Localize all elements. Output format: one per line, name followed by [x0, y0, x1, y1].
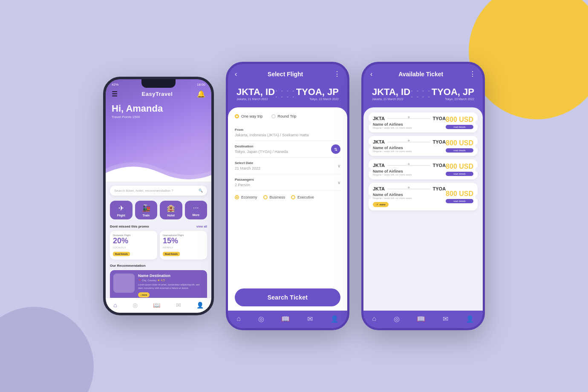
- ticket-codes-1: JKTA TYOA: [373, 116, 446, 121]
- ticket-sub-3: Regular / seats left: no more seats: [373, 173, 446, 176]
- p3-nav-book[interactable]: 📖: [417, 315, 425, 323]
- phone-3: ‹ Available Ticket ⋮ JKTA, ID Jakarta, 2…: [361, 62, 485, 330]
- ticket-card-4[interactable]: JKTA TYOA Name of Airlines Regular / sea…: [369, 183, 478, 210]
- p2-passengers-field[interactable]: Passangers 2 Person ∨: [235, 174, 340, 191]
- p2-business-label: Business: [270, 195, 285, 199]
- ticket-price-3: 800 USD: [446, 163, 473, 170]
- p2-economy-radio[interactable]: [235, 195, 239, 199]
- p1-greeting-name: Hi, Amanda: [112, 103, 205, 114]
- p2-one-way-option[interactable]: One way trip: [235, 114, 263, 118]
- p2-bottom-nav: ⌂ ◎ 📖 ✉ 👤: [228, 311, 347, 328]
- p1-nav: ☰ EasyTravel 🔔: [106, 88, 211, 100]
- p3-nav-profile[interactable]: 👤: [466, 315, 474, 323]
- p2-economy-option[interactable]: Economy: [235, 195, 257, 199]
- p1-nav-mail[interactable]: ✉: [176, 302, 181, 308]
- p3-to-code: TYOA, JP: [432, 86, 474, 98]
- p2-from-value: Jakarta, Indonesia (JKTA) / Soekarno Hat…: [235, 133, 340, 137]
- p1-promo-intl-btn[interactable]: Read Details: [163, 252, 180, 256]
- p2-business-radio[interactable]: [263, 195, 268, 199]
- p1-nav-home[interactable]: ⌂: [113, 302, 117, 308]
- p2-swap-button[interactable]: ⇅: [331, 144, 340, 154]
- p1-cat-hotel[interactable]: 🏨 Hotel: [160, 201, 182, 219]
- p2-one-way-radio[interactable]: [235, 114, 239, 118]
- p1-bell-icon[interactable]: 🔔: [197, 90, 205, 98]
- p1-promo-intl[interactable]: International Flight 15% INTRFLY Read De…: [160, 231, 207, 259]
- ticket-card-2[interactable]: JKTA TYOA Name of Airlines Regular / sea…: [369, 136, 478, 156]
- search-icon[interactable]: 🔍: [199, 189, 203, 193]
- ticket-from-2: JKTA: [373, 139, 385, 144]
- p2-search-ticket-button[interactable]: Search Ticket: [235, 288, 340, 306]
- ticket-line-3: [387, 165, 430, 166]
- p3-header: ‹ Available Ticket ⋮: [363, 64, 483, 82]
- p2-executive-label: Executive: [297, 195, 314, 199]
- p1-menu-icon[interactable]: ☰: [112, 90, 118, 98]
- p2-date-chevron[interactable]: ∨: [337, 164, 340, 168]
- p2-more-button[interactable]: ⋮: [334, 70, 340, 78]
- p2-nav-book[interactable]: 📖: [281, 315, 290, 323]
- ticket-codes-2: JKTA TYOA: [373, 139, 446, 144]
- p1-rec-name: Name Destination: [138, 274, 204, 278]
- ticket-detail-btn-2[interactable]: read details: [446, 148, 473, 153]
- p2-round-trip-option[interactable]: Round Trip: [271, 114, 297, 118]
- hotel-icon: 🏨: [167, 204, 175, 212]
- p1-cat-train[interactable]: 🚂 Train: [135, 201, 158, 219]
- p3-back-button[interactable]: ‹: [370, 70, 372, 78]
- p2-form-card: One way trip Round Trip From Jakarta, In…: [228, 107, 347, 311]
- p2-from-field[interactable]: From Jakarta, Indonesia (JKTA) / Soekarn…: [235, 124, 340, 141]
- p1-promo-domestic[interactable]: Domestic Flight 20% LOCALFLY Read Detail…: [110, 231, 157, 259]
- p3-nav-home[interactable]: ⌂: [372, 315, 376, 323]
- ticket-detail-btn-1[interactable]: read details: [446, 125, 473, 129]
- ticket-price-4: 800 USD: [446, 190, 473, 198]
- p1-nav-book[interactable]: 📖: [153, 302, 160, 308]
- p2-nav-location[interactable]: ◎: [258, 315, 264, 323]
- p2-back-button[interactable]: ‹: [235, 70, 237, 78]
- p2-round-trip-radio[interactable]: [271, 114, 276, 118]
- ticket-notch-right-2: [475, 144, 480, 149]
- phone-2: ‹ Select Flight ⋮ JKTA, ID Jakarta, 21 M…: [226, 62, 349, 330]
- p3-nav-location[interactable]: ◎: [394, 315, 400, 323]
- p2-to-city: Tokyo, 22 March 2022: [296, 98, 339, 101]
- p2-one-way-label: One way trip: [241, 114, 263, 118]
- p3-from-city: Jakarta, 21 March 2022: [372, 98, 410, 101]
- ticket-more-btn-4[interactable]: ✓ more: [373, 202, 389, 207]
- p2-passengers-chevron[interactable]: ∨: [337, 180, 340, 185]
- ticket-price-1: 800 USD: [446, 116, 473, 124]
- p1-promos: Domestic Flight 20% LOCALFLY Read Detail…: [110, 231, 207, 259]
- p1-search-placeholder: Search ticket, hotel, recommendation ?: [114, 189, 173, 193]
- p1-promo-domestic-btn[interactable]: Read Details: [113, 252, 130, 256]
- p1-search-bar[interactable]: Search ticket, hotel, recommendation ? 🔍: [110, 186, 207, 196]
- p2-executive-option[interactable]: Executive: [291, 195, 314, 199]
- p2-route-dashes: - - - - - - - -: [275, 88, 296, 100]
- ticket-detail-btn-3[interactable]: read details: [446, 172, 473, 176]
- p1-cat-more[interactable]: ··· More: [185, 201, 208, 219]
- ticket-to-1: TYOA: [433, 116, 446, 121]
- flight-icon: ✈: [118, 204, 124, 212]
- p2-destination-field[interactable]: Destination Tokyo, Japan (TYOA) / Haneda…: [235, 141, 340, 158]
- p3-title: Available Ticket: [398, 71, 443, 78]
- p1-nav-location[interactable]: ◎: [133, 302, 138, 308]
- p3-more-button[interactable]: ⋮: [469, 70, 476, 78]
- p1-rec-more-btn[interactable]: › more: [138, 292, 150, 297]
- ticket-route-1: JKTA TYOA Name of Airlines Regular / sea…: [373, 116, 446, 129]
- ticket-card-3[interactable]: JKTA TYOA Name of Airlines Regular / sea…: [369, 159, 478, 179]
- p1-view-all-btn[interactable]: view all: [196, 225, 207, 228]
- p1-cat-flight[interactable]: ✈ Flight: [110, 201, 133, 219]
- ticket-from-1: JKTA: [373, 116, 385, 121]
- p1-rec-location-text: City, Country: [142, 279, 156, 282]
- p2-business-option[interactable]: Business: [263, 195, 285, 199]
- p1-nav-profile[interactable]: 👤: [196, 302, 204, 308]
- p2-nav-mail[interactable]: ✉: [307, 315, 313, 323]
- p2-date-value: 21 March 2022: [235, 166, 260, 170]
- p3-from-code: JKTA, ID: [372, 86, 410, 98]
- p2-nav-profile[interactable]: 👤: [330, 315, 339, 323]
- p2-executive-radio[interactable]: [291, 195, 295, 199]
- chevron-right-icon: ›: [141, 294, 141, 296]
- p3-nav-mail[interactable]: ✉: [443, 315, 448, 323]
- ticket-detail-btn-4[interactable]: read details: [446, 199, 473, 203]
- p1-app-title: EasyTravel: [142, 91, 173, 97]
- p1-rec-card[interactable]: Name Destination 📍 City, Country ★ 4,5 L…: [110, 270, 207, 298]
- p2-nav-home[interactable]: ⌂: [236, 315, 241, 323]
- ticket-notch-left-4: [366, 194, 371, 199]
- ticket-card-1[interactable]: JKTA TYOA Name of Airlines Regular / sea…: [369, 112, 478, 133]
- p2-date-field[interactable]: Select Date 21 March 2022 ∨: [235, 158, 340, 174]
